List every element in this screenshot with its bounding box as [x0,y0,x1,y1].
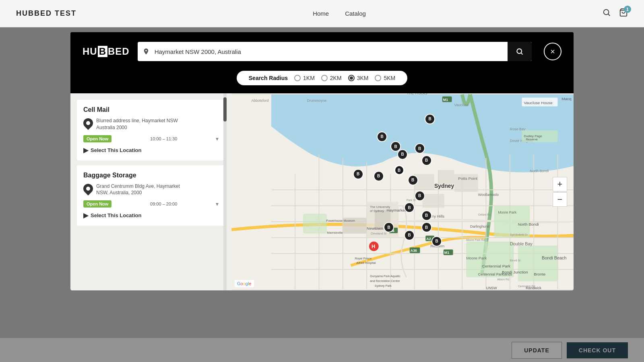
search-radius-bar: Search Radius 1KM 2KM 3KM 5KM [70,71,574,93]
svg-text:North Bondi: North Bondi [530,169,549,173]
hours-badge-0: Open Now [83,135,111,142]
hours-badge-1: Open Now [83,200,111,208]
svg-point-0 [604,10,609,15]
svg-text:Sydney Park: Sydney Park [375,284,392,288]
svg-text:Alison Rd: Alison Rd [497,278,509,281]
svg-text:UNSW: UNSW [486,286,497,290]
radius-option-1km[interactable]: 1KM [294,75,315,81]
svg-text:Oxford Rd: Oxford Rd [478,213,491,216]
svg-text:Abbotsford: Abbotsford [251,99,268,103]
nav-home[interactable]: Home [313,10,329,17]
radius-option-2km[interactable]: 2KM [321,75,342,81]
nav-links: Home Catalog [313,10,366,17]
svg-text:Park St: Park St [407,199,416,202]
search-bar [138,42,532,61]
address-row-1: Grand Centrumm Bldg Ave, Haymarket NSW, … [83,183,219,197]
svg-text:Woollamoolo: Woollamoolo [478,193,499,197]
modal-container: HUBBED × Search Radius [70,32,574,290]
radius-container: Search Radius 1KM 2KM 3KM 5KM [237,71,407,85]
svg-text:Darlinghurst: Darlinghurst [470,224,489,228]
svg-text:Centennial Parklands: Centennial Parklands [478,272,512,276]
address-text-0: Blurred address line, Haymarket NSW Aust… [96,117,178,131]
radio-3km [348,75,355,81]
svg-rect-10 [303,214,327,233]
zoom-out-button[interactable]: − [553,192,567,207]
map-controls: + − [553,177,567,207]
location-title-1: Baggage Storage [83,172,219,179]
location-icon [138,42,155,61]
svg-rect-15 [438,170,454,184]
expand-icon-0[interactable]: ▾ [216,136,219,142]
address-row-0: Blurred address line, Haymarket NSW Aust… [83,117,219,131]
svg-text:A36: A36 [411,249,417,253]
modal-logo: HUBBED [83,46,130,57]
top-nav: HUBBED TEST Home Catalog 1 [0,0,644,27]
cart-icon-wrap: 1 [619,8,628,19]
location-card-0: Cell Mail Blurred address line, Haymarke… [77,100,225,160]
svg-text:Powerhouse Museum: Powerhouse Museum [326,219,355,222]
svg-text:Vaucluse House: Vaucluse House [524,101,553,105]
search-button[interactable] [602,8,611,19]
site-brand: HUBBED TEST [16,9,76,18]
svg-text:Carrington Rd: Carrington Rd [518,285,535,288]
location-search-input[interactable] [155,42,508,61]
search-submit-button[interactable] [508,42,532,61]
svg-text:H: H [372,243,375,249]
svg-text:Surry Hills: Surry Hills [426,214,444,218]
svg-text:Gunyama Park Aquatic: Gunyama Park Aquatic [370,275,400,278]
address-text-1: Grand Centrumm Bldg Ave, Haymarket NSW, … [96,183,180,197]
svg-text:Dudley Page: Dudley Page [524,134,542,138]
select-location-1[interactable]: ▶ Select This Location [83,212,219,219]
radio-5km [375,75,381,81]
radius-option-5km[interactable]: 5KM [375,75,395,81]
svg-line-1 [608,14,610,16]
modal-body: Cell Mail Blurred address line, Haymarke… [70,93,574,290]
svg-text:of Sydney: of Sydney [370,209,384,213]
svg-text:M1: M1 [443,98,448,102]
svg-text:Macq: Macq [561,97,571,101]
radius-label: Search Radius [249,75,288,81]
svg-text:Alfred Hospital: Alfred Hospital [356,261,376,265]
svg-text:The Rocks: The Rocks [407,93,427,95]
nav-catalog[interactable]: Catalog [345,10,366,17]
modal-close-button[interactable]: × [544,43,561,60]
radius-option-3km[interactable]: 3KM [348,75,369,81]
svg-text:Moore Park Rd: Moore Park Rd [466,239,485,241]
svg-rect-14 [415,174,434,190]
svg-text:Sydney: Sydney [434,183,454,189]
svg-text:Marrickville: Marrickville [327,231,343,234]
radio-2km [321,75,328,81]
location-title-0: Cell Mail [83,106,219,113]
svg-text:North Bondi: North Bondi [518,222,539,226]
svg-text:Birrell St: Birrell St [510,259,520,262]
svg-text:Newtown: Newtown [367,226,383,230]
svg-rect-17 [422,194,444,208]
zoom-in-button[interactable]: + [553,177,567,191]
select-location-0[interactable]: ▶ Select This Location [83,146,219,154]
cart-badge: 1 [624,6,631,13]
svg-text:Bondi Beach: Bondi Beach [542,255,567,260]
svg-text:Cleveland St: Cleveland St [371,232,386,235]
svg-text:Potts Point: Potts Point [458,176,477,181]
svg-point-3 [517,49,522,53]
svg-text:and Recreation Centre: and Recreation Centre [370,279,400,283]
svg-text:Bronte: Bronte [534,272,546,276]
svg-text:Vaucluse: Vaucluse [454,103,469,107]
svg-text:Haymarket: Haymarket [386,208,406,212]
svg-text:Drummoyne: Drummoyne [307,99,326,103]
svg-text:M1: M1 [444,251,449,255]
hours-row-0: Open Now 10:00 – 11:30 ▾ [83,135,219,142]
svg-text:Moore Park: Moore Park [498,210,516,214]
pin-icon-1 [81,182,95,195]
svg-text:A4: A4 [390,229,394,233]
map-area[interactable]: Sydney Potts Point Woollamoolo Haymarket… [231,93,574,290]
nav-icons: 1 [602,8,628,19]
expand-icon-1[interactable]: ▾ [216,201,219,207]
svg-text:Redfern: Redfern [430,244,444,248]
modal-header: HUBBED × [70,32,574,71]
svg-text:Centennial Park: Centennial Park [482,264,510,268]
pin-icon-0 [81,116,95,130]
hours-row-1: Open Now 09:00 – 20:00 ▾ [83,200,219,208]
google-logo: Google [235,280,254,287]
modal-overlay: HUBBED × Search Radius [0,27,644,362]
